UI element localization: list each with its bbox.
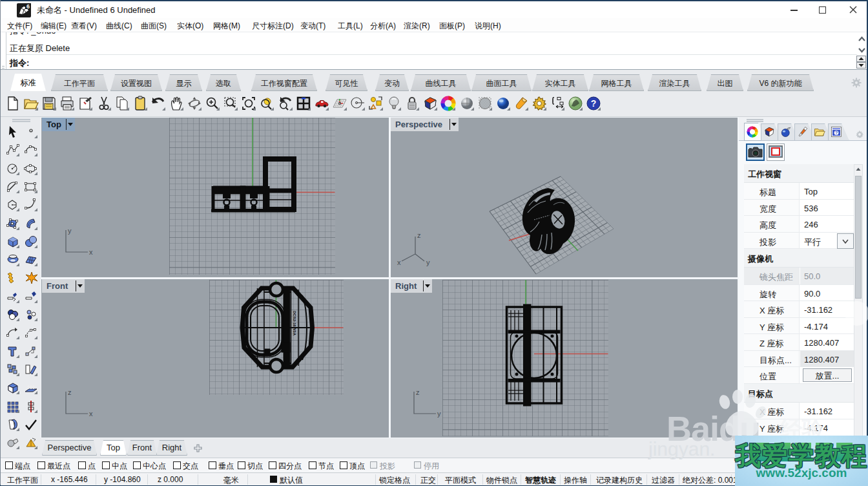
svg-text:x: x <box>397 259 401 266</box>
svg-text:y: y <box>68 227 72 235</box>
svg-text:6: 6 <box>26 3 30 10</box>
svg-text:x: x <box>89 410 93 417</box>
svg-text:?: ? <box>591 98 597 109</box>
svg-text:y: y <box>426 259 430 266</box>
svg-text:x: x <box>89 248 93 256</box>
svg-text:DCS2-16W3A: DCS2-16W3A <box>293 311 296 336</box>
svg-text:?: ? <box>835 130 838 136</box>
svg-text:z: z <box>416 388 420 396</box>
svg-text:y: y <box>437 410 441 417</box>
svg-text:z: z <box>68 388 72 396</box>
svg-text:z: z <box>417 231 421 239</box>
